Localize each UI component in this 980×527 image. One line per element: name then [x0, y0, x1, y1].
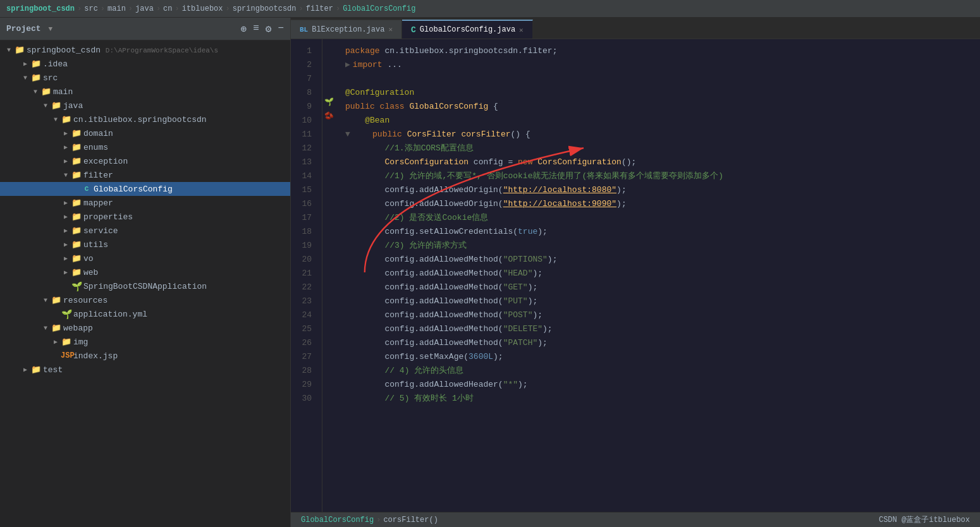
- tree-label-utils: utils: [83, 240, 108, 250]
- code-line-22: config.addAllowedMethod("GET");: [345, 281, 970, 294]
- folder-icon-src: 📁: [30, 73, 42, 83]
- tree-label-springboot-csdn: springboot_csdn D:\AProgramWorkSpace\ide…: [27, 45, 218, 55]
- tree-item-img[interactable]: ▶ 📁 img: [0, 335, 290, 349]
- gutter-29: [322, 373, 335, 387]
- bc-class: GlobalCorsConfig: [343, 4, 415, 13]
- sidebar: Project ▼ ⊕ ≡ ⚙ − ▼ 📁 springboot_csdn D:…: [0, 18, 291, 527]
- tab-globalcorsconfig[interactable]: C GlobalCorsConfig.java ✕: [402, 20, 533, 39]
- bc-filter: filter: [306, 4, 333, 13]
- tab-close-gcc[interactable]: ✕: [519, 26, 524, 34]
- expand-arrow-service: ▶: [61, 227, 71, 234]
- linenum-23: 23: [291, 294, 317, 308]
- code-line-17: //2) 是否发送Cookie信息: [345, 211, 970, 225]
- jsp-icon: JSP: [61, 351, 72, 360]
- collapse-marker-11[interactable]: ▼: [345, 128, 350, 142]
- tree-item-package[interactable]: ▼ 📁 cn.itbluebox.springbootcsdn: [0, 112, 290, 126]
- linenum-28: 28: [291, 364, 317, 378]
- expand-arrow-yml: ▶: [51, 310, 61, 318]
- gutter-13: [322, 150, 335, 164]
- tree-item-java[interactable]: ▼ 📁 java: [0, 99, 290, 112]
- code-line-26: config.addAllowedMethod("PATCH");: [345, 336, 970, 350]
- collapse-icon[interactable]: ≡: [253, 23, 259, 35]
- gutter-17: [322, 206, 335, 220]
- expand-arrow-test: ▶: [20, 366, 30, 373]
- tree-label-jsp: index.jsp: [73, 351, 118, 361]
- tab-blexception[interactable]: BL BlException.java ✕: [291, 20, 402, 39]
- folder-icon-pkg: 📁: [61, 114, 72, 124]
- folder-icon-utils: 📁: [71, 239, 82, 250]
- linenum-2: 2: [291, 58, 317, 72]
- tree-item-resources[interactable]: ▼ 📁 resources: [0, 293, 290, 307]
- tree-item-src[interactable]: ▼ 📁 src: [0, 71, 290, 85]
- tree-item-exception[interactable]: ▶ 📁 exception: [0, 154, 290, 168]
- tree-label-resources: resources: [63, 296, 107, 305]
- folder-icon-service: 📁: [71, 226, 82, 236]
- tree-item-mapper[interactable]: ▶ 📁 mapper: [0, 196, 290, 210]
- tree-item-web[interactable]: ▶ 📁 web: [0, 265, 290, 279]
- code-line-24: config.addAllowedMethod("POST");: [345, 308, 970, 322]
- bc-cn: cn: [163, 4, 172, 13]
- bc-java: java: [135, 4, 154, 13]
- gutter-16: [322, 192, 335, 206]
- gutter-18: [322, 220, 335, 234]
- linenum-1: 1: [291, 44, 317, 58]
- tree-item-vo[interactable]: ▶ 📁 vo: [0, 251, 290, 265]
- bc-itbluebox: itbluebox: [182, 4, 223, 13]
- gutter-24: [322, 303, 335, 317]
- tab-close-bl[interactable]: ✕: [388, 25, 393, 33]
- gutter-10[interactable]: 🫘: [322, 109, 335, 123]
- tree-item-globalcorsconfig[interactable]: ▶ C GlobalCorsConfig: [0, 182, 290, 196]
- linenum-11: 11: [291, 128, 317, 142]
- tree-item-enums[interactable]: ▶ 📁 enums: [0, 140, 290, 154]
- line-numbers: 1 2 7 8 9 10 11 12 13 14 15 16 17 18 19 …: [291, 39, 322, 512]
- code-line-15: config.addAllowedOrigin("http://localhos…: [345, 183, 970, 197]
- tree-item-idea[interactable]: ▶ 📁 .idea: [0, 57, 290, 71]
- tree-item-application[interactable]: ▶ 🌱 SpringBootCSDNApplication: [0, 279, 290, 293]
- expand-arrow-mapper: ▶: [61, 199, 71, 207]
- tree-item-domain[interactable]: ▶ 📁 domain: [0, 126, 290, 140]
- tree-item-jsp[interactable]: ▶ JSP index.jsp: [0, 349, 290, 363]
- tree-item-main[interactable]: ▼ 📁 main: [0, 85, 290, 99]
- gutter-9[interactable]: 🌱: [322, 95, 335, 109]
- tree-label-domain: domain: [83, 129, 113, 138]
- gutter-21: [322, 262, 335, 276]
- tree-item-test[interactable]: ▶ 📁 test: [0, 363, 290, 377]
- tree-label-test: test: [43, 365, 63, 375]
- expand-arrow-pkg: ▼: [51, 116, 61, 123]
- collapse-marker[interactable]: ▶: [345, 58, 350, 72]
- locate-icon[interactable]: ⊕: [241, 23, 247, 35]
- tree-label-exception: exception: [83, 157, 128, 166]
- tree-label-filter: filter: [83, 171, 113, 180]
- linenum-17: 17: [291, 211, 317, 225]
- folder-icon-filter: 📁: [71, 170, 82, 180]
- expand-arrow-webapp: ▼: [40, 325, 51, 332]
- linenum-19: 19: [291, 239, 317, 253]
- code-lines: package cn.itbluebox.springbootcsdn.filt…: [345, 44, 970, 406]
- tree-item-service[interactable]: ▶ 📁 service: [0, 224, 290, 238]
- code-line-20: config.addAllowedMethod("OPTIONS");: [345, 253, 970, 267]
- tree-label-gcc: GlobalCorsConfig: [94, 185, 173, 194]
- tree-label-enums: enums: [83, 143, 108, 152]
- folder-icon-resources: 📁: [51, 295, 62, 305]
- code-content[interactable]: package cn.itbluebox.springbootcsdn.filt…: [335, 39, 980, 512]
- folder-icon-mapper: 📁: [71, 198, 82, 208]
- code-line-19: //3) 允许的请求方式: [345, 239, 970, 253]
- close-icon[interactable]: −: [278, 23, 284, 35]
- expand-arrow-jsp: ▶: [51, 352, 61, 360]
- tree-item-webapp[interactable]: ▼ 📁 webapp: [0, 321, 290, 335]
- tree-item-utils[interactable]: ▶ 📁 utils: [0, 238, 290, 251]
- code-editor: 1 2 7 8 9 10 11 12 13 14 15 16 17 18 19 …: [291, 39, 980, 512]
- code-line-7: [345, 72, 970, 86]
- bc-main: main: [107, 4, 126, 13]
- project-tree: ▼ 📁 springboot_csdn D:\AProgramWorkSpace…: [0, 40, 290, 527]
- gutter-27: [322, 345, 335, 359]
- settings-icon[interactable]: ⚙: [266, 23, 272, 35]
- dropdown-arrow[interactable]: ▼: [49, 25, 53, 33]
- gutter-11: [322, 123, 335, 136]
- tree-item-filter[interactable]: ▼ 📁 filter: [0, 168, 290, 182]
- tree-label-img: img: [73, 337, 88, 347]
- sep1: ›: [77, 4, 82, 13]
- tree-item-properties[interactable]: ▶ 📁 properties: [0, 210, 290, 224]
- tree-item-yml[interactable]: ▶ 🌱 application.yml: [0, 307, 290, 321]
- tree-item-springboot-csdn[interactable]: ▼ 📁 springboot_csdn D:\AProgramWorkSpace…: [0, 43, 290, 57]
